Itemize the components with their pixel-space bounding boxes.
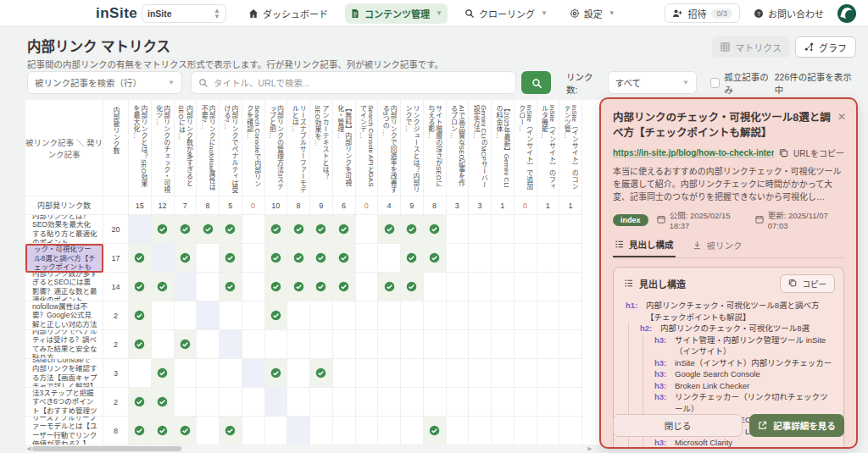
matrix-cell[interactable] (242, 330, 265, 359)
horizontal-scrollbar[interactable]: ◀ ▶ (25, 445, 593, 452)
matrix-cell[interactable] (492, 359, 515, 388)
matrix-cell[interactable] (220, 244, 242, 273)
matrix-cell[interactable] (447, 417, 470, 445)
search-input[interactable] (214, 78, 509, 88)
matrix-cell[interactable] (333, 301, 356, 330)
matrix-cell[interactable] (310, 359, 333, 388)
matrix-cell[interactable] (537, 417, 560, 445)
matrix-cell[interactable] (378, 215, 401, 244)
matrix-cell[interactable] (333, 215, 356, 244)
matrix-cell[interactable] (559, 359, 582, 388)
matrix-cell[interactable] (424, 359, 447, 388)
tab-backlinks[interactable]: 被リンク (691, 238, 744, 257)
matrix-cell[interactable] (197, 417, 220, 445)
row-label[interactable]: Search Consoleで内部リンクを確認する方法【画面キャプチャで詳しく解… (25, 359, 103, 388)
avatar[interactable] (837, 4, 856, 23)
matrix-cell[interactable] (310, 244, 333, 273)
row-label[interactable]: 内部リンクにnofollow属性は不要？Google公式見解と正しい対応方法を解… (25, 301, 103, 330)
matrix-cell[interactable] (197, 388, 220, 417)
article-url-link[interactable]: https://in-site.jp/blog/how-to-check-int… (613, 148, 774, 157)
close-icon[interactable]: ✕ (837, 111, 846, 123)
matrix-cell[interactable] (537, 388, 560, 417)
row-label[interactable]: リーズナブルサーファーモデルとは【ユーザー行動でリンク価値が変わる？】 (25, 417, 103, 445)
matrix-cell[interactable] (175, 301, 198, 330)
matrix-cell[interactable] (537, 215, 560, 244)
matrix-cell[interactable] (401, 417, 424, 445)
matrix-cell[interactable] (401, 301, 424, 330)
matrix-cell[interactable] (333, 330, 356, 359)
matrix-cell[interactable] (287, 359, 310, 388)
matrix-cell[interactable] (265, 215, 288, 244)
matrix-cell[interactable] (378, 244, 401, 273)
row-label[interactable]: 内部リンクのチェック・可視化ツール8選と調べ方【チェックポイントも解説】 (25, 244, 103, 273)
matrix-cell[interactable] (515, 359, 537, 388)
isolated-checkbox-wrap[interactable]: 孤立記事のみ (710, 70, 775, 96)
matrix-cell[interactable] (310, 215, 333, 244)
matrix-cell[interactable] (175, 388, 198, 417)
matrix-cell[interactable] (469, 388, 492, 417)
matrix-cell[interactable] (220, 301, 242, 330)
copy-headings-button[interactable]: コピー (780, 274, 835, 293)
matrix-cell[interactable] (333, 359, 356, 388)
matrix-cell[interactable] (559, 244, 582, 273)
matrix-cell[interactable] (242, 417, 265, 445)
matrix-cell[interactable] (401, 359, 424, 388)
matrix-cell[interactable] (559, 301, 582, 330)
matrix-cell[interactable] (515, 244, 537, 273)
matrix-cell[interactable] (220, 273, 242, 301)
search-button[interactable] (521, 71, 551, 94)
matrix-cell[interactable] (356, 330, 379, 359)
matrix-cell[interactable] (537, 301, 560, 330)
scroll-left-icon[interactable]: ◀ (25, 445, 32, 452)
matrix-cell[interactable] (515, 388, 537, 417)
nav-crawling[interactable]: クローリング ▼ (459, 3, 553, 24)
matrix-cell[interactable] (356, 359, 379, 388)
matrix-cell[interactable] (378, 330, 401, 359)
matrix-cell[interactable] (310, 417, 333, 445)
matrix-cell[interactable] (447, 388, 470, 417)
matrix-cell[interactable] (447, 215, 470, 244)
matrix-cell[interactable] (265, 244, 288, 273)
matrix-cell[interactable] (401, 330, 424, 359)
matrix-cell[interactable] (469, 417, 492, 445)
matrix-cell[interactable] (424, 244, 447, 273)
matrix-cell[interactable] (310, 301, 333, 330)
matrix-cell[interactable] (242, 359, 265, 388)
matrix-cell[interactable] (537, 330, 560, 359)
matrix-cell[interactable] (515, 273, 537, 301)
matrix-cell[interactable] (152, 215, 175, 244)
matrix-cell[interactable] (401, 273, 424, 301)
matrix-cell[interactable] (242, 301, 265, 330)
matrix-cell[interactable] (287, 301, 310, 330)
contact-button[interactable]: ? お問い合わせ (754, 7, 824, 20)
matrix-cell[interactable] (265, 388, 288, 417)
matrix-cell[interactable] (242, 215, 265, 244)
isolated-checkbox[interactable] (710, 78, 720, 88)
matrix-cell[interactable] (537, 244, 560, 273)
matrix-cell[interactable] (129, 301, 152, 330)
matrix-cell[interactable] (378, 301, 401, 330)
matrix-cell[interactable] (424, 417, 447, 445)
matrix-cell[interactable] (492, 330, 515, 359)
matrix-cell[interactable] (378, 359, 401, 388)
nav-content-management[interactable]: コンテンツ管理 ▼ (345, 3, 448, 24)
matrix-cell[interactable] (220, 215, 242, 244)
matrix-cell[interactable] (287, 215, 310, 244)
view-article-detail-button[interactable]: 記事詳細を見る (749, 414, 844, 437)
matrix-cell[interactable] (265, 359, 288, 388)
matrix-cell[interactable] (469, 244, 492, 273)
matrix-cell[interactable] (469, 273, 492, 301)
matrix-cell[interactable] (175, 359, 198, 388)
tab-heading-structure[interactable]: 見出し構成 (613, 238, 676, 257)
matrix-cell[interactable] (469, 330, 492, 359)
view-matrix-button[interactable]: マトリクス (712, 36, 790, 58)
matrix-cell[interactable] (447, 244, 470, 273)
nav-dashboard[interactable]: ダッシュボード (243, 3, 333, 24)
matrix-cell[interactable] (175, 417, 198, 445)
matrix-cell[interactable] (152, 330, 175, 359)
matrix-cell[interactable] (356, 301, 379, 330)
matrix-cell[interactable] (129, 244, 152, 273)
matrix-cell[interactable] (447, 330, 470, 359)
row-label[interactable]: 内部リンクの管理方法3ステップと把握すべき6つのポイント【おすすめ管理ツールも紹… (25, 388, 103, 417)
matrix-cell[interactable] (129, 273, 152, 301)
